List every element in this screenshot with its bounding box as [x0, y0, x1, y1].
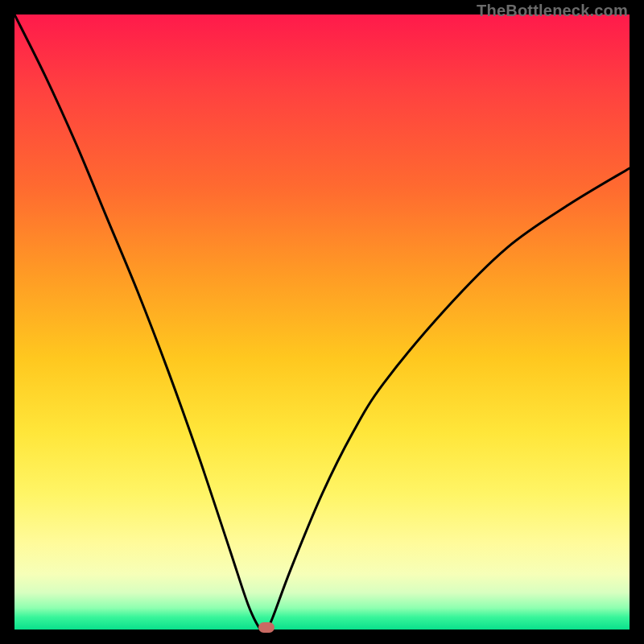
bottleneck-curve: [14, 14, 630, 630]
optimum-marker: [258, 622, 275, 633]
chart-frame: TheBottleneck.com: [0, 0, 644, 644]
watermark-label: TheBottleneck.com: [477, 2, 628, 20]
